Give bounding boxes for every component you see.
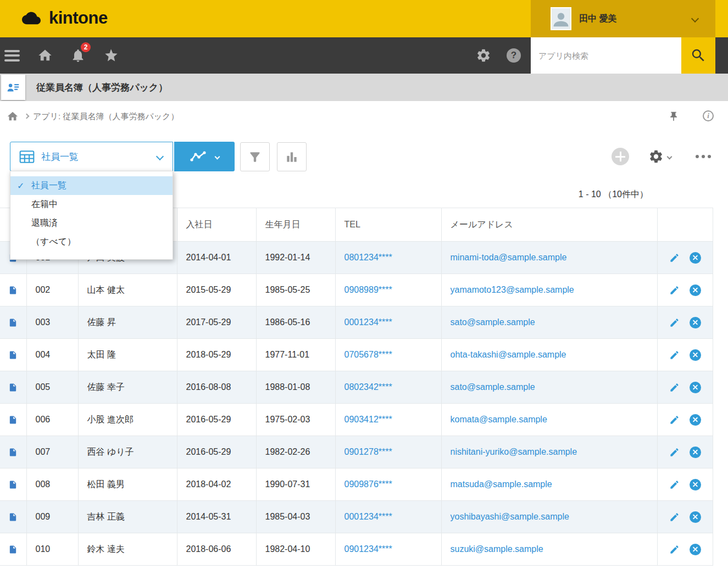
tel-link[interactable]: 0903412**** — [344, 415, 392, 424]
help-icon[interactable]: ? — [507, 48, 521, 63]
record-document-icon[interactable] — [8, 447, 18, 458]
edit-pencil-icon[interactable] — [669, 479, 680, 490]
email-link[interactable]: komata@sample.sample — [451, 415, 547, 424]
edit-pencil-icon[interactable] — [669, 350, 680, 360]
edit-pencil-icon[interactable] — [669, 253, 680, 263]
delete-record-icon[interactable] — [690, 349, 701, 361]
tel-cell: 0001234**** — [335, 306, 441, 339]
menu-icon[interactable] — [4, 50, 20, 62]
email-link[interactable]: sato@sample.sample — [451, 382, 535, 392]
table-row: 002 山本 健太 2015-05-29 1985-05-25 0908989*… — [0, 274, 713, 306]
employee-table: 入社日 生年月日 TEL メールアドレス 001 戸田 美波 2014-04-0… — [0, 208, 713, 566]
delete-record-icon[interactable] — [690, 414, 701, 426]
record-document-icon[interactable] — [8, 479, 18, 490]
edit-pencil-icon[interactable] — [669, 415, 680, 425]
email-link[interactable]: nishitani-yuriko@sample.sample — [451, 447, 577, 456]
record-document-icon[interactable] — [8, 414, 18, 426]
email-link[interactable]: yoshibayashi@sample.sample — [451, 512, 569, 521]
view-option[interactable]: 在籍中 — [10, 195, 173, 214]
settings-gear-icon[interactable] — [476, 48, 491, 63]
delete-record-icon[interactable] — [690, 252, 701, 264]
breadcrumb: アプリ: 従業員名簿（人事労務パック） i — [0, 101, 728, 132]
record-document-icon[interactable] — [8, 349, 18, 361]
edit-pencil-icon[interactable] — [669, 317, 680, 328]
star-icon[interactable] — [103, 48, 119, 63]
delete-record-icon[interactable] — [690, 382, 701, 393]
record-icon-cell — [0, 436, 26, 468]
more-options-button[interactable] — [696, 155, 711, 158]
notifications-icon[interactable]: 2 — [70, 48, 86, 63]
edit-pencil-icon[interactable] — [669, 285, 680, 295]
email-link[interactable]: matsuda@sample.sample — [451, 479, 552, 489]
column-header-tel[interactable]: TEL — [335, 208, 441, 242]
record-icon-cell — [0, 339, 26, 371]
kintone-logo[interactable]: kintone — [19, 8, 108, 28]
view-selector[interactable]: 社員一覧 — [10, 142, 173, 171]
graph-button[interactable] — [174, 142, 235, 171]
column-header-email[interactable]: メールアドレス — [441, 208, 657, 242]
home-icon[interactable] — [37, 48, 53, 63]
edit-pencil-icon[interactable] — [669, 382, 680, 393]
filter-button[interactable] — [240, 142, 270, 171]
tel-link[interactable]: 0901234**** — [344, 544, 392, 554]
delete-record-icon[interactable] — [690, 544, 701, 555]
breadcrumb-app-link[interactable]: アプリ: 従業員名簿（人事労務パック） — [33, 101, 179, 132]
view-option[interactable]: ✓ 社員一覧 — [10, 176, 173, 195]
hire-date-cell: 2016-08-08 — [177, 371, 256, 404]
delete-record-icon[interactable] — [690, 511, 701, 523]
record-icon-cell — [0, 274, 26, 306]
record-document-icon[interactable] — [8, 544, 18, 555]
record-number-cell: 003 — [26, 306, 78, 339]
pin-icon[interactable] — [668, 111, 679, 124]
email-link[interactable]: ohta-takashi@sample.sample — [451, 350, 566, 359]
tel-link[interactable]: 0705678**** — [344, 350, 392, 359]
view-option[interactable]: 退職済 — [10, 214, 173, 232]
search-button[interactable] — [681, 37, 715, 74]
edit-pencil-icon[interactable] — [669, 512, 680, 522]
brand-header: kintone 田中 愛美 — [0, 0, 728, 37]
record-document-icon[interactable] — [8, 511, 18, 523]
view-option[interactable]: （すべて） — [10, 232, 173, 251]
column-header-birth-date[interactable]: 生年月日 — [256, 208, 335, 242]
tel-link[interactable]: 0001234**** — [344, 317, 392, 327]
actions-cell — [657, 501, 713, 533]
tel-cell: 0909876**** — [335, 468, 441, 501]
record-document-icon[interactable] — [8, 284, 18, 296]
tel-link[interactable]: 0908989**** — [344, 285, 392, 294]
email-link[interactable]: suzuki@sample.sample — [451, 544, 543, 554]
tel-link[interactable]: 0001234**** — [344, 512, 392, 521]
tel-link[interactable]: 0802342**** — [344, 382, 392, 392]
record-document-icon[interactable] — [8, 317, 18, 328]
email-link[interactable]: minami-toda@sample.sample — [451, 253, 567, 262]
table-row: 008 松田 義男 2018-04-02 1990-07-31 0909876*… — [0, 468, 713, 501]
info-icon[interactable]: i — [703, 110, 714, 121]
birth-date-cell: 1988-01-08 — [256, 371, 335, 404]
tel-cell: 0903412**** — [335, 404, 441, 436]
tel-cell: 0908989**** — [335, 274, 441, 306]
record-document-icon[interactable] — [8, 382, 18, 393]
delete-record-icon[interactable] — [690, 479, 701, 490]
tel-link[interactable]: 0909876**** — [344, 479, 392, 489]
logo-text: kintone — [49, 8, 108, 28]
search-input[interactable] — [531, 37, 681, 74]
chart-button[interactable] — [277, 142, 307, 171]
actions-cell — [657, 242, 713, 274]
add-record-button[interactable] — [612, 148, 629, 165]
edit-pencil-icon[interactable] — [669, 447, 680, 458]
column-header-hire-date[interactable]: 入社日 — [177, 208, 256, 242]
delete-record-icon[interactable] — [690, 447, 701, 458]
delete-record-icon[interactable] — [690, 284, 701, 296]
app-settings-button[interactable] — [648, 149, 671, 164]
actions-cell — [657, 371, 713, 404]
email-link[interactable]: yamamoto123@sample.sample — [451, 285, 574, 294]
app-icon[interactable] — [1, 75, 25, 100]
tel-link[interactable]: 0901278**** — [344, 447, 392, 456]
email-cell: suzuki@sample.sample — [441, 533, 657, 566]
table-view-icon — [19, 150, 35, 163]
edit-pencil-icon[interactable] — [669, 544, 680, 555]
delete-record-icon[interactable] — [690, 317, 701, 328]
tel-link[interactable]: 0801234**** — [344, 253, 392, 262]
breadcrumb-home-icon[interactable] — [7, 110, 19, 125]
user-menu[interactable]: 田中 愛美 — [531, 0, 715, 37]
email-link[interactable]: sato@sample.sample — [451, 317, 535, 327]
